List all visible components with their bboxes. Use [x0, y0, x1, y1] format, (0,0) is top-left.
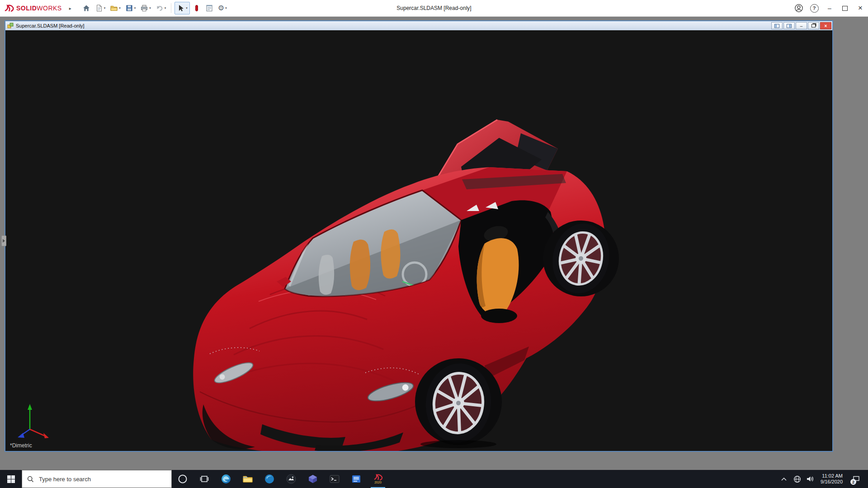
account-button[interactable]	[791, 0, 807, 16]
system-tray: 11:02 AM 9/16/2020 2	[779, 470, 868, 488]
view-orientation-label: *Dimetric	[10, 442, 32, 449]
document-window-controls: – ×	[771, 22, 831, 29]
dropdown-caret-icon[interactable]: ▾	[149, 6, 151, 10]
assembly-document-icon	[7, 23, 14, 29]
clock-time: 11:02 AM	[821, 473, 843, 479]
search-icon	[27, 476, 34, 483]
taskbar-browser-button[interactable]	[259, 470, 280, 488]
media-app-icon	[351, 474, 362, 484]
taskbar-edge-button[interactable]	[215, 470, 237, 488]
network-button[interactable]	[792, 470, 802, 488]
print-icon	[140, 4, 148, 12]
solidworks-logo: SOLIDWORKS ▸	[0, 4, 71, 13]
tray-overflow-button[interactable]	[779, 470, 789, 488]
select-pointer-icon	[177, 4, 185, 12]
report-button[interactable]	[203, 2, 215, 14]
speaker-icon	[806, 475, 814, 483]
taskbar-photos-button[interactable]	[280, 470, 302, 488]
doc-minimize-button[interactable]: –	[796, 22, 807, 29]
network-globe-icon	[793, 475, 801, 483]
dropdown-caret-icon[interactable]: ▾	[225, 6, 227, 10]
screen: SOLIDWORKS ▸ ▾ ▾ ▾ ▾	[0, 0, 868, 488]
action-center-button[interactable]: 2	[848, 470, 864, 488]
account-icon	[794, 4, 803, 13]
taskbar-file-explorer-button[interactable]	[237, 470, 259, 488]
document-titlebar[interactable]: Supercar.SLDASM [Read-only] – ×	[5, 21, 832, 30]
help-button[interactable]: ?	[807, 0, 822, 16]
clock-date: 9/16/2020	[821, 479, 843, 485]
print-button[interactable]: ▾	[138, 2, 153, 14]
cortana-icon	[178, 474, 188, 484]
graphics-viewport[interactable]: *Dimetric	[5, 30, 832, 451]
maximize-button[interactable]	[837, 0, 853, 16]
orientation-triad[interactable]	[14, 399, 52, 439]
volume-button[interactable]	[805, 470, 815, 488]
new-document-button[interactable]: ▾	[93, 2, 108, 14]
red-capsule-icon	[193, 4, 201, 12]
split-view-right-icon	[787, 24, 792, 28]
taskbar-terminal-button[interactable]	[324, 470, 345, 488]
save-button[interactable]: ▾	[123, 2, 138, 14]
doc-restore-icon	[811, 24, 816, 28]
settings-gear-icon: ⚙	[218, 5, 224, 12]
taskbar-task-view-button[interactable]	[193, 470, 215, 488]
start-button[interactable]	[0, 470, 22, 488]
doc-restore-button[interactable]	[808, 22, 819, 29]
windows-start-icon	[7, 475, 15, 483]
app-titlebar: SOLIDWORKS ▸ ▾ ▾ ▾ ▾	[0, 0, 868, 17]
select-pointer-button[interactable]: ▾	[175, 2, 190, 14]
undo-button[interactable]: ▾	[154, 2, 168, 14]
report-icon	[205, 4, 213, 12]
options-button[interactable]: ⚙ ▾	[216, 2, 229, 14]
quick-access-toolbar: ▾ ▾ ▾ ▾ ▾ ▾	[80, 2, 229, 14]
app-window-controls: ? – ×	[791, 0, 868, 16]
home-icon	[82, 4, 90, 12]
featuremanager-expand-handle[interactable]	[1, 235, 6, 246]
search-input[interactable]	[38, 475, 162, 483]
new-document-icon	[95, 4, 103, 12]
supercar-model	[5, 30, 832, 451]
terminal-icon	[329, 474, 340, 484]
taskbar-search[interactable]	[22, 470, 172, 488]
split-view-icon	[774, 24, 779, 28]
3d-cube-icon	[307, 474, 318, 484]
home-button[interactable]	[80, 2, 92, 14]
brand-solid: SOLID	[16, 5, 37, 12]
notification-badge: 2	[850, 479, 856, 485]
task-view-icon	[200, 474, 209, 483]
solidworks-app-icon	[373, 474, 383, 481]
taskbar-cortana-button[interactable]	[172, 470, 193, 488]
open-button[interactable]: ▾	[108, 2, 123, 14]
doc-close-button[interactable]: ×	[820, 22, 831, 29]
close-button[interactable]: ×	[853, 0, 868, 16]
viewport-toggle2-button[interactable]	[783, 22, 795, 29]
file-explorer-icon	[242, 474, 253, 484]
photos-icon	[286, 474, 297, 484]
solidworks-logo-icon	[4, 4, 14, 13]
browser-icon	[264, 474, 275, 484]
open-folder-icon	[110, 4, 118, 12]
dropdown-caret-icon[interactable]: ▾	[104, 6, 106, 10]
minimize-button[interactable]: –	[822, 0, 837, 16]
windows-taskbar: 2020 11:02 AM 9/16/2020 2	[0, 470, 868, 488]
viewport-toggle-button[interactable]	[771, 22, 783, 29]
taskbar-media-app-button[interactable]	[345, 470, 367, 488]
brand-works: WORKS	[37, 5, 61, 12]
edge-browser-icon	[221, 474, 231, 484]
maximize-icon	[842, 6, 848, 11]
taskbar-solidworks-button[interactable]: 2020	[367, 470, 389, 488]
dropdown-caret-icon[interactable]: ▾	[134, 6, 136, 10]
taskbar-3d-viewer-button[interactable]	[302, 470, 324, 488]
brand-wordmark: SOLIDWORKS	[16, 5, 62, 12]
close-icon: ×	[858, 4, 863, 13]
dropdown-caret-icon[interactable]: ▾	[165, 6, 166, 10]
dropdown-caret-icon[interactable]: ▾	[186, 6, 188, 10]
minimize-icon: –	[828, 5, 831, 12]
expand-arrow-icon	[3, 239, 5, 243]
taskbar-clock[interactable]: 11:02 AM 9/16/2020	[818, 473, 845, 485]
dropdown-caret-icon[interactable]: ▾	[119, 6, 121, 10]
menu-expand-chevron[interactable]: ▸	[69, 6, 71, 11]
doc-minimize-icon: –	[800, 23, 803, 28]
document-window: Supercar.SLDASM [Read-only] – ×	[5, 20, 833, 452]
red-capsule-button[interactable]	[191, 2, 203, 14]
